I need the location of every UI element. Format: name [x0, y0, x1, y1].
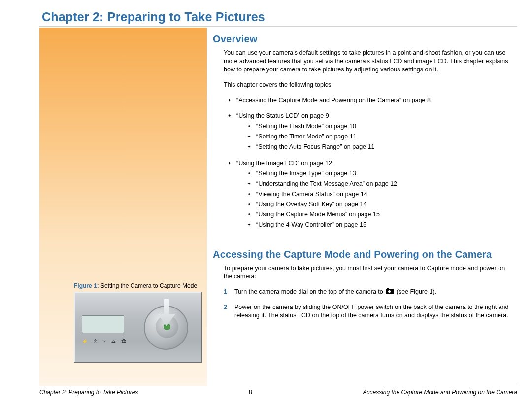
footer-right: Accessing the Capture Mode and Powering …: [363, 388, 517, 396]
page: Chapter 2: Preparing to Take Pictures Fi…: [0, 0, 532, 411]
heading-overview: Overview: [213, 33, 511, 46]
steps-list: 1 Turn the camera mode dial on the top o…: [224, 288, 511, 320]
step-number: 1: [224, 288, 227, 296]
step-text-after: (see Figure 1).: [395, 288, 436, 295]
step-text: Power on the camera by sliding the ON/OF…: [234, 304, 509, 319]
footer-left: Chapter 2: Preparing to Take Pictures: [39, 388, 138, 396]
figure-label: Figure 1:: [74, 282, 99, 289]
topic-item: “Accessing the Capture Mode and Powering…: [228, 96, 511, 104]
topics-list: “Using the Status LCD” on page 9 “Settin…: [228, 112, 511, 151]
heading-accessing: Accessing the Capture Mode and Powering …: [213, 248, 511, 261]
accessing-intro: To prepare your camera to take pictures,…: [224, 264, 511, 281]
figure-caption-text: Setting the Camera to Capture Mode: [100, 282, 197, 289]
overview-topics-lead: This chapter covers the following topics…: [224, 81, 511, 89]
topics-list: “Using the Image LCD” on page 12 “Settin…: [228, 159, 511, 229]
step-item: 2 Power on the camera by sliding the ON/…: [224, 303, 511, 320]
page-footer: Chapter 2: Preparing to Take Pictures 8 …: [39, 386, 517, 396]
step-text-before: Turn the camera mode dial on the top of …: [234, 288, 385, 295]
subtopic-item: “Using the 4-Way Controller” on page 15: [247, 221, 511, 229]
subtopic-item: “Setting the Flash Mode” on page 10: [247, 122, 511, 131]
title-separator: [39, 26, 517, 27]
subtopic-item: “Using the Capture Mode Menus” on page 1…: [247, 210, 511, 219]
topics-list: “Accessing the Capture Mode and Powering…: [228, 96, 511, 104]
subtopic-item: “Viewing the Camera Status” on page 14: [247, 190, 511, 199]
topic-text: “Using the Image LCD” on page 12: [236, 160, 332, 167]
step-item: 1 Turn the camera mode dial on the top o…: [224, 288, 511, 296]
subtopic-item: “Setting the Auto Focus Range” on page 1…: [247, 143, 511, 151]
camera-status-lcd: [82, 315, 124, 333]
camera-icon-row: ⚡ ⏱ ▵ ⛰ ✿: [82, 338, 128, 345]
topic-text: “Accessing the Capture Mode and Powering…: [236, 97, 431, 103]
overview-intro: You can use your camera's default settin…: [224, 49, 511, 74]
chapter-title: Chapter 2: Preparing to Take Pictures: [42, 9, 265, 26]
subtopics-list: “Setting the Flash Mode” on page 10 “Set…: [247, 122, 511, 151]
figure-caption: Figure 1: Setting the Camera to Capture …: [74, 282, 202, 290]
subtopic-item: “Using the Overlay Soft Key” on page 14: [247, 200, 511, 208]
camera-icon: [386, 289, 394, 294]
step-number: 2: [224, 303, 227, 311]
figure-1: Figure 1: Setting the Camera to Capture …: [74, 282, 202, 363]
subtopics-list: “Setting the Image Type” on page 13 “Und…: [247, 170, 511, 229]
topic-item: “Using the Status LCD” on page 9 “Settin…: [228, 112, 511, 151]
topic-text: “Using the Status LCD” on page 9: [236, 112, 329, 119]
subtopic-item: “Setting the Image Type” on page 13: [247, 170, 511, 178]
footer-page-number: 8: [249, 388, 252, 396]
main-content: Overview You can use your camera's defau…: [213, 30, 511, 326]
subtopic-item: “Understanding the Text Message Area” on…: [247, 180, 511, 188]
figure-image: ⚡ ⏱ ▵ ⛰ ✿: [74, 292, 202, 363]
topic-item: “Using the Image LCD” on page 12 “Settin…: [228, 159, 511, 229]
subtopic-item: “Setting the Timer Mode” on page 11: [247, 133, 511, 141]
